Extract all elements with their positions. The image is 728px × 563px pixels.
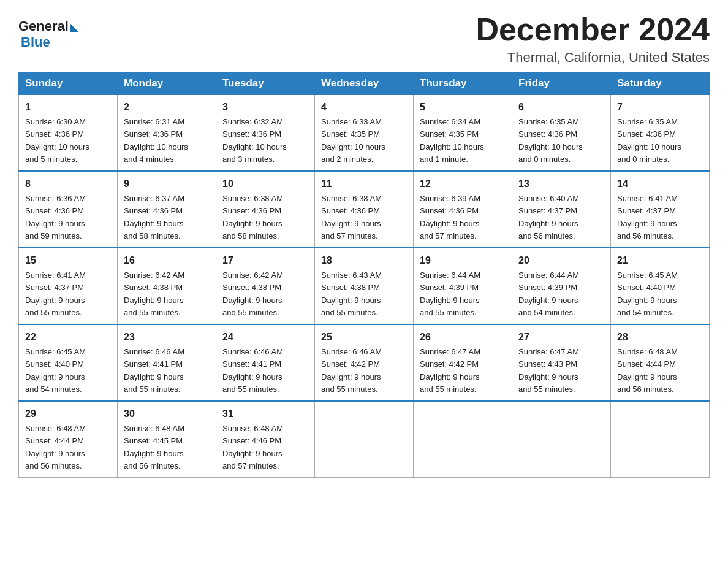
day-number: 25 bbox=[321, 330, 407, 345]
day-info: Sunrise: 6:44 AMSunset: 4:39 PMDaylight:… bbox=[518, 270, 579, 317]
weekday-header-friday: Friday bbox=[512, 72, 611, 95]
day-number: 10 bbox=[222, 177, 308, 191]
calendar-cell: 4Sunrise: 6:33 AMSunset: 4:35 PMDaylight… bbox=[315, 95, 414, 172]
calendar-cell: 14Sunrise: 6:41 AMSunset: 4:37 PMDayligh… bbox=[611, 171, 710, 248]
day-info: Sunrise: 6:44 AMSunset: 4:39 PMDaylight:… bbox=[420, 270, 480, 317]
calendar-cell: 26Sunrise: 6:47 AMSunset: 4:42 PMDayligh… bbox=[414, 324, 512, 401]
logo-triangle-icon bbox=[70, 23, 78, 32]
calendar-cell: 20Sunrise: 6:44 AMSunset: 4:39 PMDayligh… bbox=[512, 248, 611, 324]
day-number: 27 bbox=[518, 330, 604, 345]
day-info: Sunrise: 6:41 AMSunset: 4:37 PMDaylight:… bbox=[25, 270, 86, 317]
calendar-cell: 29Sunrise: 6:48 AMSunset: 4:44 PMDayligh… bbox=[19, 401, 118, 478]
calendar-cell bbox=[414, 401, 512, 478]
day-number: 29 bbox=[25, 407, 111, 421]
day-number: 11 bbox=[321, 177, 407, 191]
day-info: Sunrise: 6:45 AMSunset: 4:40 PMDaylight:… bbox=[25, 347, 86, 394]
calendar-cell: 1Sunrise: 6:30 AMSunset: 4:36 PMDaylight… bbox=[19, 95, 118, 172]
calendar-cell bbox=[512, 401, 611, 478]
day-number: 19 bbox=[420, 253, 506, 268]
day-info: Sunrise: 6:46 AMSunset: 4:41 PMDaylight:… bbox=[124, 347, 184, 394]
day-number: 7 bbox=[617, 100, 703, 115]
calendar-cell: 2Sunrise: 6:31 AMSunset: 4:36 PMDaylight… bbox=[118, 95, 216, 172]
day-number: 14 bbox=[617, 177, 703, 191]
day-number: 26 bbox=[420, 330, 506, 345]
weekday-header-tuesday: Tuesday bbox=[216, 72, 315, 95]
day-info: Sunrise: 6:43 AMSunset: 4:38 PMDaylight:… bbox=[321, 270, 382, 317]
day-info: Sunrise: 6:35 AMSunset: 4:36 PMDaylight:… bbox=[617, 117, 681, 164]
day-info: Sunrise: 6:40 AMSunset: 4:37 PMDaylight:… bbox=[518, 194, 579, 240]
day-info: Sunrise: 6:34 AMSunset: 4:35 PMDaylight:… bbox=[420, 117, 484, 164]
day-info: Sunrise: 6:36 AMSunset: 4:36 PMDaylight:… bbox=[25, 194, 86, 240]
logo-blue-text: Blue bbox=[21, 34, 50, 50]
calendar-cell: 18Sunrise: 6:43 AMSunset: 4:38 PMDayligh… bbox=[315, 248, 414, 324]
calendar-cell: 28Sunrise: 6:48 AMSunset: 4:44 PMDayligh… bbox=[611, 324, 710, 401]
day-info: Sunrise: 6:48 AMSunset: 4:45 PMDaylight:… bbox=[124, 424, 184, 470]
calendar-cell: 7Sunrise: 6:35 AMSunset: 4:36 PMDaylight… bbox=[611, 95, 710, 172]
calendar-cell: 30Sunrise: 6:48 AMSunset: 4:45 PMDayligh… bbox=[118, 401, 216, 478]
day-info: Sunrise: 6:39 AMSunset: 4:36 PMDaylight:… bbox=[420, 194, 480, 240]
day-number: 24 bbox=[222, 330, 308, 345]
day-info: Sunrise: 6:47 AMSunset: 4:43 PMDaylight:… bbox=[518, 347, 579, 394]
day-number: 8 bbox=[25, 177, 111, 191]
day-number: 18 bbox=[321, 253, 407, 268]
day-number: 30 bbox=[124, 407, 210, 421]
day-number: 15 bbox=[25, 253, 111, 268]
day-info: Sunrise: 6:30 AMSunset: 4:36 PMDaylight:… bbox=[25, 117, 89, 164]
day-number: 9 bbox=[124, 177, 210, 191]
day-number: 6 bbox=[518, 100, 604, 115]
calendar-cell: 5Sunrise: 6:34 AMSunset: 4:35 PMDaylight… bbox=[414, 95, 512, 172]
logo-general-text: General bbox=[18, 18, 69, 34]
weekday-header-wednesday: Wednesday bbox=[315, 72, 414, 95]
day-number: 13 bbox=[518, 177, 604, 191]
calendar-cell: 24Sunrise: 6:46 AMSunset: 4:41 PMDayligh… bbox=[216, 324, 315, 401]
calendar-cell: 21Sunrise: 6:45 AMSunset: 4:40 PMDayligh… bbox=[611, 248, 710, 324]
weekday-header-saturday: Saturday bbox=[611, 72, 710, 95]
day-number: 22 bbox=[25, 330, 111, 345]
day-number: 23 bbox=[124, 330, 210, 345]
day-info: Sunrise: 6:37 AMSunset: 4:36 PMDaylight:… bbox=[124, 194, 184, 240]
day-info: Sunrise: 6:33 AMSunset: 4:35 PMDaylight:… bbox=[321, 117, 385, 164]
day-number: 4 bbox=[321, 100, 407, 115]
week-row-1: 1Sunrise: 6:30 AMSunset: 4:36 PMDaylight… bbox=[19, 95, 710, 172]
day-info: Sunrise: 6:45 AMSunset: 4:40 PMDaylight:… bbox=[617, 270, 678, 317]
day-info: Sunrise: 6:48 AMSunset: 4:44 PMDaylight:… bbox=[25, 424, 86, 470]
day-info: Sunrise: 6:48 AMSunset: 4:44 PMDaylight:… bbox=[617, 347, 678, 394]
calendar-cell bbox=[315, 401, 414, 478]
day-number: 5 bbox=[420, 100, 506, 115]
logo: General Blue bbox=[18, 18, 78, 50]
calendar-cell bbox=[611, 401, 710, 478]
day-number: 20 bbox=[518, 253, 604, 268]
calendar-cell: 17Sunrise: 6:42 AMSunset: 4:38 PMDayligh… bbox=[216, 248, 315, 324]
calendar-cell: 9Sunrise: 6:37 AMSunset: 4:36 PMDaylight… bbox=[118, 171, 216, 248]
calendar-cell: 13Sunrise: 6:40 AMSunset: 4:37 PMDayligh… bbox=[512, 171, 611, 248]
day-info: Sunrise: 6:47 AMSunset: 4:42 PMDaylight:… bbox=[420, 347, 480, 394]
weekday-header-monday: Monday bbox=[118, 72, 216, 95]
calendar-cell: 3Sunrise: 6:32 AMSunset: 4:36 PMDaylight… bbox=[216, 95, 315, 172]
calendar-cell: 31Sunrise: 6:48 AMSunset: 4:46 PMDayligh… bbox=[216, 401, 315, 478]
day-number: 17 bbox=[222, 253, 308, 268]
day-info: Sunrise: 6:42 AMSunset: 4:38 PMDaylight:… bbox=[222, 270, 283, 317]
day-info: Sunrise: 6:38 AMSunset: 4:36 PMDaylight:… bbox=[222, 194, 283, 240]
day-info: Sunrise: 6:48 AMSunset: 4:46 PMDaylight:… bbox=[222, 424, 283, 470]
weekday-header-sunday: Sunday bbox=[19, 72, 118, 95]
week-row-3: 15Sunrise: 6:41 AMSunset: 4:37 PMDayligh… bbox=[19, 248, 710, 324]
calendar-cell: 12Sunrise: 6:39 AMSunset: 4:36 PMDayligh… bbox=[414, 171, 512, 248]
calendar-cell: 23Sunrise: 6:46 AMSunset: 4:41 PMDayligh… bbox=[118, 324, 216, 401]
day-number: 21 bbox=[617, 253, 703, 268]
day-number: 28 bbox=[617, 330, 703, 345]
calendar-table: SundayMondayTuesdayWednesdayThursdayFrid… bbox=[18, 72, 710, 478]
page-header: General Blue December 2024 Thermal, Cali… bbox=[18, 12, 710, 66]
day-info: Sunrise: 6:41 AMSunset: 4:37 PMDaylight:… bbox=[617, 194, 678, 240]
day-info: Sunrise: 6:42 AMSunset: 4:38 PMDaylight:… bbox=[124, 270, 184, 317]
calendar-cell: 15Sunrise: 6:41 AMSunset: 4:37 PMDayligh… bbox=[19, 248, 118, 324]
calendar-cell: 8Sunrise: 6:36 AMSunset: 4:36 PMDaylight… bbox=[19, 171, 118, 248]
calendar-cell: 10Sunrise: 6:38 AMSunset: 4:36 PMDayligh… bbox=[216, 171, 315, 248]
calendar-cell: 6Sunrise: 6:35 AMSunset: 4:36 PMDaylight… bbox=[512, 95, 611, 172]
calendar-cell: 25Sunrise: 6:46 AMSunset: 4:42 PMDayligh… bbox=[315, 324, 414, 401]
day-number: 3 bbox=[222, 100, 308, 115]
calendar-cell: 27Sunrise: 6:47 AMSunset: 4:43 PMDayligh… bbox=[512, 324, 611, 401]
month-title: December 2024 bbox=[476, 12, 710, 47]
weekday-header-thursday: Thursday bbox=[414, 72, 512, 95]
calendar-cell: 11Sunrise: 6:38 AMSunset: 4:36 PMDayligh… bbox=[315, 171, 414, 248]
week-row-4: 22Sunrise: 6:45 AMSunset: 4:40 PMDayligh… bbox=[19, 324, 710, 401]
